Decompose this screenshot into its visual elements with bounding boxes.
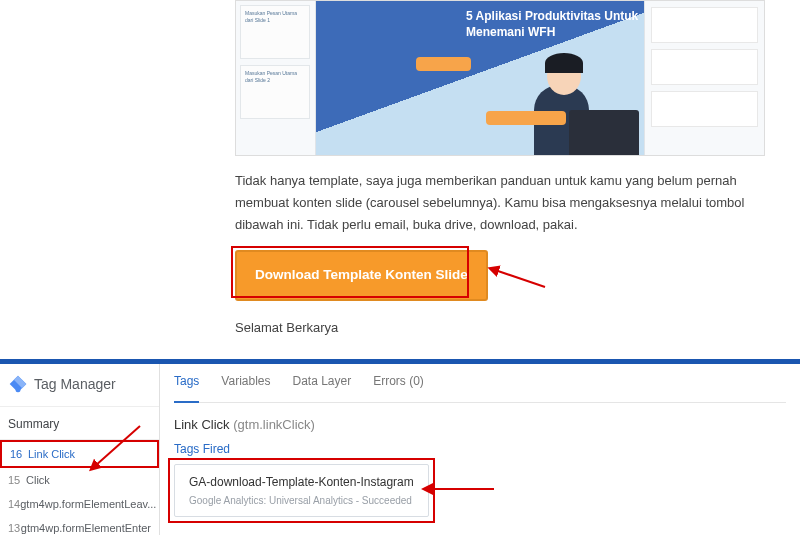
tab-tags[interactable]: Tags xyxy=(174,374,199,403)
article-paragraph: Tidak hanya template, saya juga memberik… xyxy=(235,170,777,236)
event-label: gtm4wp.formElementLeav... xyxy=(20,498,156,510)
event-number: 13 xyxy=(8,522,21,534)
event-row-form-enter[interactable]: 13 gtm4wp.formElementEnter xyxy=(0,516,159,535)
tag-manager-panel: Tag Manager Summary 16 Link Click 15 Cli… xyxy=(0,364,800,535)
event-number: 16 xyxy=(10,448,28,460)
tag-manager-logo-icon xyxy=(8,374,28,394)
event-label: gtm4wp.formElementEnter xyxy=(21,522,151,534)
event-label: Click xyxy=(26,474,50,486)
article-closing: Selamat Berkarya xyxy=(235,317,777,339)
article-section: Masukan Pesan Utama dari Slide 1 Masukan… xyxy=(0,0,800,359)
summary-heading[interactable]: Summary xyxy=(0,407,159,440)
download-template-button[interactable]: Download Template Konten Slide xyxy=(235,250,488,301)
slide-preview: Masukan Pesan Utama dari Slide 1 Masukan… xyxy=(235,0,765,156)
fired-tag-name: GA-download-Template-Konten-Instagram xyxy=(189,475,414,489)
event-row-form-leave[interactable]: 14 gtm4wp.formElementLeav... xyxy=(0,492,159,516)
event-detail-title: Link Click (gtm.linkClick) xyxy=(174,417,786,432)
illustration-person xyxy=(519,35,639,155)
svg-line-0 xyxy=(495,270,545,287)
article-body: Tidak hanya template, saya juga memberik… xyxy=(235,156,777,339)
svg-point-1 xyxy=(16,388,21,393)
event-number: 14 xyxy=(8,498,20,510)
gtm-tabs: Tags Variables Data Layer Errors (0) xyxy=(174,364,786,403)
annotation-arrow-icon xyxy=(485,262,555,299)
event-row-click[interactable]: 15 Click xyxy=(0,468,159,492)
slide-thumbnails-panel: Masukan Pesan Utama dari Slide 1 Masukan… xyxy=(236,1,316,155)
tab-data-layer[interactable]: Data Layer xyxy=(293,374,352,394)
event-name-sub: (gtm.linkClick) xyxy=(233,417,315,432)
slide-thumb-1: Masukan Pesan Utama dari Slide 1 xyxy=(240,5,310,59)
event-row-link-click[interactable]: 16 Link Click xyxy=(0,440,159,468)
annotation-arrow-icon xyxy=(424,474,504,508)
event-name: Link Click xyxy=(174,417,230,432)
slide-thumb-2: Masukan Pesan Utama dari Slide 2 xyxy=(240,65,310,119)
tab-errors[interactable]: Errors (0) xyxy=(373,374,424,394)
gtm-sidebar: Tag Manager Summary 16 Link Click 15 Cli… xyxy=(0,364,160,535)
tab-variables[interactable]: Variables xyxy=(221,374,270,394)
fired-tag-card[interactable]: GA-download-Template-Konten-Instagram Go… xyxy=(174,464,429,517)
fired-tag-detail: Google Analytics: Universal Analytics - … xyxy=(189,495,414,506)
gtm-brand-text: Tag Manager xyxy=(34,376,116,392)
tags-fired-heading: Tags Fired xyxy=(174,442,786,456)
slide-sidebar xyxy=(644,1,764,155)
event-number: 15 xyxy=(8,474,26,486)
gtm-main: Tags Variables Data Layer Errors (0) Lin… xyxy=(160,364,800,535)
speech-bubble xyxy=(486,111,566,125)
slide-canvas: 5 Aplikasi Produktivitas Untuk Menemani … xyxy=(316,1,644,155)
speech-bubble xyxy=(416,57,471,71)
gtm-brand: Tag Manager xyxy=(0,364,159,407)
event-label: Link Click xyxy=(28,448,75,460)
